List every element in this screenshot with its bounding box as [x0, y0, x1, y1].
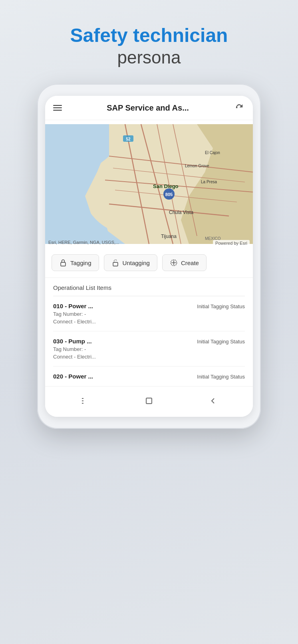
list-item-left-3: 020 - Power ... — [53, 373, 93, 380]
phone-wrapper: SAP Service and As... — [37, 84, 261, 429]
list-item-sub2-2: Connect - Electri... — [53, 354, 96, 360]
map-attribution-text: Esri, HERE, Garmin, NGA, USGS,... — [48, 240, 119, 246]
list-item-sub2-1: Connect - Electri... — [53, 319, 96, 325]
svg-text:La Presa: La Presa — [201, 180, 217, 184]
list-item-title-2: 030 - Pump ... — [53, 338, 96, 345]
list-item-left-2: 030 - Pump ... Tag Number: - Connect - E… — [53, 338, 96, 360]
svg-text:52: 52 — [126, 137, 131, 141]
svg-text:El Cajon: El Cajon — [205, 151, 220, 155]
svg-text:Lemon Grove: Lemon Grove — [185, 164, 209, 168]
list-item-sub1-2: Tag Number: - — [53, 346, 96, 352]
map-powered-text: Powered by Esri — [213, 240, 250, 246]
map-visual: 805 San Diego Lemon Grove El Cajon La Pr… — [45, 120, 253, 248]
list-item[interactable]: 020 - Power ... Initial Tagging Status — [53, 367, 245, 386]
svg-text:Chula Vista: Chula Vista — [169, 210, 193, 215]
refresh-button[interactable] — [234, 102, 245, 113]
nav-menu-button[interactable] — [77, 393, 93, 409]
page-title-line2: persona — [70, 47, 228, 68]
svg-text:805: 805 — [165, 192, 173, 197]
create-icon — [170, 259, 178, 267]
list-section: Operational List Items 010 - Power ... T… — [45, 278, 253, 386]
nav-menu-icon — [80, 396, 90, 406]
svg-rect-24 — [113, 263, 118, 266]
create-button[interactable]: Create — [162, 254, 207, 271]
list-item[interactable]: 030 - Pump ... Tag Number: - Connect - E… — [53, 331, 245, 367]
page-title-block: Safety technician persona — [70, 24, 228, 68]
lock-open-icon — [111, 259, 119, 267]
list-item-status-3: Initial Tagging Status — [197, 373, 245, 380]
list-item-status-2: Initial Tagging Status — [197, 338, 245, 345]
list-item-title-1: 010 - Power ... — [53, 303, 96, 309]
phone-screen: SAP Service and As... — [45, 96, 253, 417]
map-attribution: Esri, HERE, Garmin, NGA, USGS,... Powere… — [45, 238, 253, 248]
untagging-button[interactable]: Untagging — [104, 254, 157, 271]
lock-closed-icon — [59, 259, 67, 267]
svg-rect-29 — [146, 398, 152, 404]
list-item-title-3: 020 - Power ... — [53, 373, 93, 380]
nav-back-button[interactable] — [205, 393, 221, 409]
hamburger-menu-button[interactable] — [53, 105, 62, 111]
tagging-button-label: Tagging — [70, 260, 91, 266]
app-title: SAP Service and As... — [107, 103, 189, 113]
create-button-label: Create — [181, 260, 199, 266]
list-item[interactable]: 010 - Power ... Tag Number: - Connect - … — [53, 296, 245, 331]
untagging-button-label: Untagging — [123, 260, 150, 266]
action-buttons-bar: Tagging Untagging Create — [45, 248, 253, 278]
nav-home-button[interactable] — [141, 393, 157, 409]
top-bar: SAP Service and As... — [45, 96, 253, 120]
bottom-nav — [45, 386, 253, 417]
svg-text:San Diego: San Diego — [153, 183, 179, 189]
page-title-line1: Safety technician — [70, 24, 228, 47]
list-item-sub1-1: Tag Number: - — [53, 311, 96, 317]
list-section-title: Operational List Items — [53, 284, 245, 291]
map-container: 805 San Diego Lemon Grove El Cajon La Pr… — [45, 120, 253, 248]
list-item-left-1: 010 - Power ... Tag Number: - Connect - … — [53, 303, 96, 325]
list-item-status-1: Initial Tagging Status — [197, 303, 245, 309]
tagging-button[interactable]: Tagging — [52, 254, 99, 271]
svg-rect-23 — [61, 263, 66, 266]
nav-back-icon — [208, 396, 218, 406]
nav-home-icon — [144, 396, 154, 406]
